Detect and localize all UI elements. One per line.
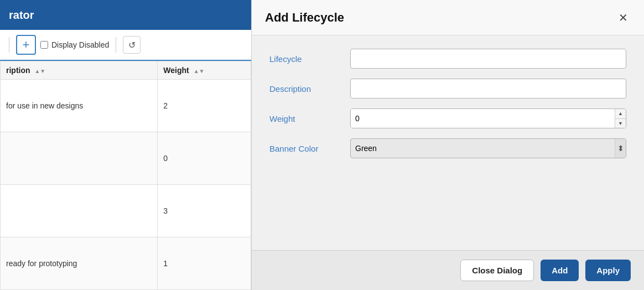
lifecycle-label: Lifecycle — [269, 54, 341, 64]
weight-spinner-wrap: ▲ ▼ — [350, 108, 626, 128]
add-lifecycle-button[interactable]: Add — [541, 260, 579, 281]
lifecycle-table: ription ▲▼ Weight ▲▼ for use in new desi… — [0, 61, 251, 290]
dialog-panel: Add Lifecycle ✕ Lifecycle Description We… — [252, 0, 644, 290]
dialog-body: Lifecycle Description Weight ▲ ▼ Banner … — [252, 35, 644, 250]
select-arrow-icon: ⬍ — [615, 139, 626, 158]
dialog-header: Add Lifecycle ✕ — [252, 0, 644, 35]
banner-color-field-row: Banner Color Green Red Blue Yellow Orang… — [269, 138, 626, 158]
weight-input[interactable] — [351, 109, 615, 128]
cell-description: for use in new designs — [1, 80, 158, 132]
sort-icon-description[interactable]: ▲▼ — [34, 68, 45, 74]
weight-label: Weight — [269, 114, 341, 123]
refresh-button[interactable]: ↺ — [123, 36, 141, 54]
banner-color-label: Banner Color — [269, 144, 341, 153]
weight-spinner-up[interactable]: ▲ — [615, 109, 626, 119]
lifecycle-field-row: Lifecycle — [269, 49, 626, 69]
cell-description — [1, 132, 158, 185]
banner-color-select-wrap: Green Red Blue Yellow Orange Purple Grey… — [350, 138, 626, 158]
cell-weight: 3 — [158, 185, 251, 237]
table-header-row: ription ▲▼ Weight ▲▼ — [1, 61, 251, 80]
cell-weight: 2 — [158, 80, 251, 132]
col-description: ription ▲▼ — [1, 61, 158, 80]
description-label: Description — [269, 84, 341, 94]
dialog-close-icon-button[interactable]: ✕ — [615, 10, 631, 25]
display-disabled-label: Display Disabled — [40, 40, 109, 49]
app-title: rator — [9, 9, 34, 22]
weight-spinners: ▲ ▼ — [615, 109, 626, 128]
col-weight: Weight ▲▼ — [158, 61, 251, 80]
close-dialog-button[interactable]: Close Dialog — [460, 260, 534, 281]
description-field-row: Description — [269, 79, 626, 99]
weight-spinner-down[interactable]: ▼ — [615, 119, 626, 128]
weight-field-row: Weight ▲ ▼ — [269, 108, 626, 128]
description-input[interactable] — [350, 79, 626, 99]
table-row[interactable]: 0 — [1, 132, 251, 185]
table-row[interactable]: ready for prototyping 1 — [1, 237, 251, 290]
toolbar-divider-left — [9, 37, 9, 53]
display-disabled-checkbox[interactable] — [40, 41, 48, 49]
cell-description — [1, 185, 158, 237]
dialog-footer: Close Dialog Add Apply — [252, 250, 644, 290]
add-button[interactable]: + — [16, 35, 36, 55]
left-panel: rator + Display Disabled ↺ ription ▲▼ We… — [0, 0, 252, 290]
apply-button[interactable]: Apply — [585, 260, 631, 281]
display-disabled-text: Display Disabled — [51, 40, 109, 49]
table-row[interactable]: for use in new designs 2 — [1, 80, 251, 132]
toolbar-divider-right — [116, 37, 116, 53]
app-title-bar: rator — [0, 0, 251, 30]
banner-color-select[interactable]: Green Red Blue Yellow Orange Purple Grey — [351, 144, 615, 153]
cell-weight: 1 — [158, 237, 251, 290]
toolbar: + Display Disabled ↺ — [0, 30, 251, 61]
table-row[interactable]: 3 — [1, 185, 251, 237]
sort-icon-weight[interactable]: ▲▼ — [194, 68, 205, 74]
dialog-title: Add Lifecycle — [265, 11, 344, 25]
cell-weight: 0 — [158, 132, 251, 185]
cell-description: ready for prototyping — [1, 237, 158, 290]
lifecycle-input[interactable] — [350, 49, 626, 69]
